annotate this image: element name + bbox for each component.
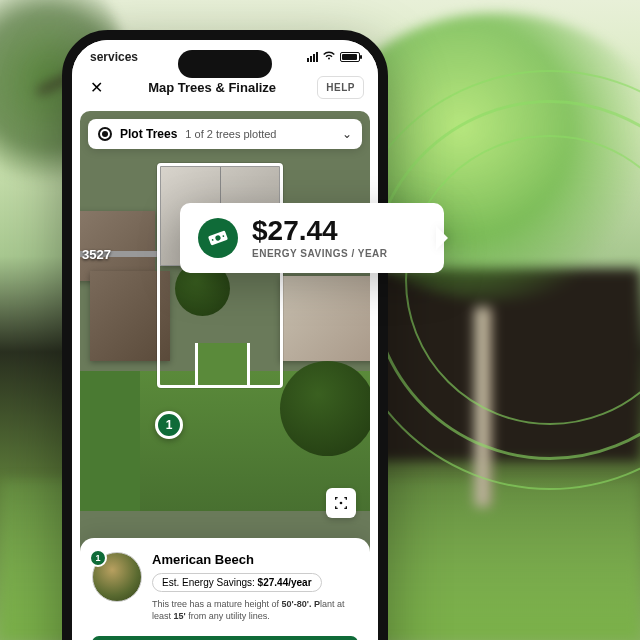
- tree-thumbnail: 1: [92, 552, 142, 602]
- plot-trees-dropdown[interactable]: Plot Trees 1 of 2 trees plotted ⌄: [88, 119, 362, 149]
- close-button[interactable]: ✕: [86, 74, 107, 101]
- plot-next-tree-button[interactable]: PLOT NEXT TREE: [92, 636, 358, 640]
- tree-badge: 1: [89, 549, 107, 567]
- svg-point-0: [340, 502, 343, 505]
- house-number-label: 3527: [82, 247, 111, 262]
- page-title: Map Trees & Finalize: [148, 80, 276, 95]
- phone-notch: [178, 50, 272, 78]
- savings-pill: Est. Energy Savings: $27.44/year: [152, 573, 322, 592]
- plot-label: Plot Trees: [120, 127, 177, 141]
- radio-selected-icon: [98, 127, 112, 141]
- tree-pin-1[interactable]: 1: [155, 411, 183, 439]
- wifi-icon: [322, 50, 336, 64]
- tree-info-sheet: 1 American Beech Est. Energy Savings: $2…: [80, 538, 370, 640]
- phone-frame: services ✕ Map Trees & Finalize HELP: [62, 30, 388, 640]
- recenter-button[interactable]: [326, 488, 356, 518]
- money-icon: [198, 218, 238, 258]
- chevron-down-icon: ⌄: [342, 127, 352, 141]
- tree-name: American Beech: [152, 552, 358, 567]
- savings-callout: $27.44 ENERGY SAVINGS / YEAR: [180, 203, 444, 273]
- tree-description: This tree has a mature height of 50'-80'…: [152, 598, 358, 622]
- status-indicators: [307, 50, 360, 64]
- callout-amount: $27.44: [252, 217, 388, 245]
- signal-icon: [307, 52, 318, 62]
- callout-subtitle: ENERGY SAVINGS / YEAR: [252, 248, 388, 259]
- plot-count: 1 of 2 trees plotted: [185, 128, 276, 140]
- help-button[interactable]: HELP: [317, 76, 364, 99]
- carrier-label: services: [90, 50, 138, 64]
- crosshair-icon: [333, 495, 349, 511]
- battery-icon: [340, 52, 360, 62]
- map-container[interactable]: 3527 Plot Trees 1 of 2 trees plotted ⌄ 1…: [80, 111, 370, 640]
